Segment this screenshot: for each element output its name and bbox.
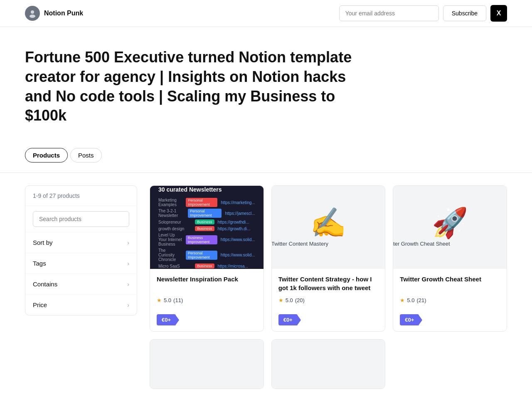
search-input[interactable]: [33, 211, 129, 227]
sidebar-panel: 1-9 of 27 products Sort by › Tags › Cont…: [25, 185, 137, 315]
sort-filter[interactable]: Sort by ›: [25, 232, 137, 253]
product-title: Newsletter Inspiration Pack: [157, 275, 257, 293]
product-rating: ★ 5.0 (20): [278, 297, 379, 303]
sort-chevron-icon: ›: [127, 239, 129, 246]
sidebar: 1-9 of 27 products Sort by › Tags › Cont…: [25, 185, 137, 389]
rating-count: (11): [173, 297, 183, 303]
product-card[interactable]: 30 curated Newsletters Marketing Example…: [150, 185, 264, 332]
svg-point-0: [31, 10, 34, 14]
product-card-bottom: €0+: [272, 306, 385, 331]
contains-filter[interactable]: Contains ›: [25, 274, 137, 295]
hero-title: Fortune 500 Executive turned Notion temp…: [25, 48, 357, 126]
rating-value: 5.0: [407, 297, 414, 303]
product-image: [150, 340, 264, 389]
header-right: Subscribe X: [339, 5, 507, 22]
svg-point-1: [30, 15, 35, 18]
search-box: [25, 206, 137, 232]
price-badge: €0+: [157, 314, 176, 325]
product-card[interactable]: [271, 339, 386, 389]
product-image: 30 curated Newsletters Marketing Example…: [150, 186, 264, 269]
product-price: €0+: [278, 314, 379, 325]
tab-posts[interactable]: Posts: [70, 148, 102, 163]
twitter-button[interactable]: X: [490, 5, 507, 22]
rating-value: 5.0: [164, 297, 171, 303]
contains-chevron-icon: ›: [127, 281, 129, 288]
star-icon: ★: [400, 297, 405, 303]
product-image: [272, 340, 385, 389]
price-badge: €0+: [278, 314, 298, 325]
star-icon: ★: [278, 297, 283, 303]
product-info: Twitter Content Strategy - how I got 1k …: [272, 269, 385, 306]
product-card-bottom: €0+: [150, 306, 264, 331]
product-rating: ★ 5.0 (11): [157, 297, 257, 303]
star-icon: ★: [157, 297, 162, 303]
logo[interactable]: Notion Punk: [25, 6, 83, 21]
rating-count: (20): [295, 297, 305, 303]
logo-text: Notion Punk: [44, 10, 83, 17]
product-image: 🚀 Twitter Growth Cheat Sheet: [393, 186, 507, 269]
price-badge: €0+: [400, 314, 419, 325]
product-rating: ★ 5.0 (21): [400, 297, 500, 303]
product-card[interactable]: [150, 339, 264, 389]
tags-chevron-icon: ›: [127, 260, 129, 267]
rating-count: (21): [416, 297, 426, 303]
product-card-bottom: €0+: [393, 306, 507, 331]
subscribe-button[interactable]: Subscribe: [443, 5, 486, 21]
sort-label: Sort by: [33, 239, 53, 246]
tags-label: Tags: [33, 260, 46, 267]
product-image-label: Twitter Growth Cheat Sheet: [393, 241, 450, 247]
header: Notion Punk Subscribe X: [0, 0, 532, 27]
rating-value: 5.0: [286, 297, 293, 303]
product-card[interactable]: 🚀 Twitter Growth Cheat Sheet Twitter Gro…: [393, 185, 507, 332]
product-info: Newsletter Inspiration Pack ★ 5.0 (11): [150, 269, 264, 306]
hero-section: Fortune 500 Executive turned Notion temp…: [0, 27, 532, 138]
price-chevron-icon: ›: [127, 302, 129, 308]
product-image: ✍️ Twitter Content Mastery: [272, 186, 385, 269]
price-filter[interactable]: Price ›: [25, 295, 137, 315]
tags-filter[interactable]: Tags ›: [25, 253, 137, 274]
product-card[interactable]: ✍️ Twitter Content Mastery Twitter Conte…: [271, 185, 386, 332]
tab-products[interactable]: Products: [25, 148, 68, 163]
product-title: Twitter Growth Cheat Sheet: [400, 275, 500, 293]
tab-nav: Products Posts: [0, 148, 532, 163]
product-image-label: Twitter Content Mastery: [271, 241, 328, 247]
main-content: 1-9 of 27 products Sort by › Tags › Cont…: [0, 173, 532, 399]
contains-label: Contains: [33, 281, 57, 288]
product-price: €0+: [157, 314, 257, 325]
products-grid: 30 curated Newsletters Marketing Example…: [150, 185, 507, 389]
logo-avatar: [25, 6, 40, 21]
price-label: Price: [33, 301, 47, 308]
product-count: 1-9 of 27 products: [25, 186, 137, 206]
email-input[interactable]: [339, 5, 439, 21]
product-title: Twitter Content Strategy - how I got 1k …: [278, 275, 379, 293]
product-price: €0+: [400, 314, 500, 325]
product-info: Twitter Growth Cheat Sheet ★ 5.0 (21): [393, 269, 507, 306]
